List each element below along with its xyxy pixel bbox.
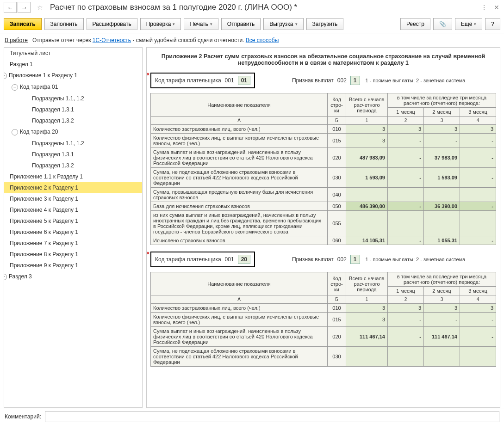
tree-item-14[interactable]: Приложение 4 к Разделу 1	[4, 204, 142, 215]
cell-value[interactable]: 111 467,14	[346, 327, 388, 347]
cell-value[interactable]: 3	[346, 313, 388, 327]
tree-item-12[interactable]: Приложение 2 к Разделу 1	[4, 182, 142, 193]
cell-value[interactable]: -	[460, 134, 496, 148]
cell-value[interactable]: -	[388, 327, 424, 347]
tree-item-20[interactable]: +Раздел 3	[4, 271, 142, 283]
cell-value[interactable]	[388, 188, 424, 202]
cell-value[interactable]: 3	[388, 304, 424, 313]
help-button[interactable]: ?	[485, 18, 500, 30]
tree-item-7[interactable]: −Код тарифа 20	[4, 126, 142, 138]
tree-item-9[interactable]: Подраздел 1.3.1	[4, 149, 142, 160]
tree-item-0[interactable]: Титульный лист	[4, 48, 142, 59]
link-1c[interactable]: 1С-Отчетность	[93, 37, 131, 43]
tree-item-16[interactable]: Приложение 6 к Разделу 1	[4, 227, 142, 238]
forward-button[interactable]: →	[18, 2, 31, 13]
cell-value[interactable]: 3	[424, 304, 460, 313]
cell-value[interactable]	[388, 347, 424, 367]
table-row: Количество застрахованных лиц, всего (че…	[151, 125, 496, 134]
send-button[interactable]: Отправить	[221, 18, 261, 30]
tree-item-4[interactable]: Подразделы 1.1, 1.2	[4, 93, 142, 104]
tree-item-5[interactable]: Подраздел 1.3.1	[4, 104, 142, 115]
cell-value[interactable]	[424, 188, 460, 202]
import-button[interactable]: Загрузить	[306, 18, 344, 30]
tree-item-15[interactable]: Приложение 5 к Разделу 1	[4, 215, 142, 227]
registry-button[interactable]: Реестр	[400, 18, 430, 30]
cell-value[interactable]: 3	[460, 125, 496, 134]
sign-value[interactable]: 1	[350, 76, 360, 85]
cell-value[interactable]: 1 593,09	[424, 168, 460, 188]
tariff-code-value[interactable]: 20	[238, 255, 250, 264]
cell-value[interactable]: -	[388, 134, 424, 148]
tree-item-2[interactable]: −Приложение 1 к Разделу 1	[4, 70, 142, 81]
tree-item-19[interactable]: Приложение 9 к Разделу 1	[4, 260, 142, 271]
attach-button[interactable]: 📎	[433, 18, 452, 30]
tree-toggle-icon[interactable]: −	[12, 129, 18, 135]
tree-item-1[interactable]: Раздел 1	[4, 59, 142, 70]
table-row: Сумма, превышающая предельную величину б…	[151, 188, 496, 202]
cell-value[interactable]: 36 390,00	[424, 202, 460, 211]
cell-value[interactable]	[346, 211, 388, 236]
tree-item-6[interactable]: Подраздел 1.3.2	[4, 115, 142, 126]
tree-toggle-icon[interactable]: −	[4, 73, 7, 79]
cell-value[interactable]: -	[424, 134, 460, 148]
cell-value[interactable]: 487 983,09	[346, 148, 388, 168]
cell-value[interactable]: -	[388, 236, 424, 245]
cell-value[interactable]	[460, 211, 496, 236]
link-all-ways[interactable]: Все способы	[246, 37, 279, 43]
cell-value[interactable]: -	[460, 327, 496, 347]
fill-button[interactable]: Заполнить	[44, 18, 84, 30]
tree-toggle-icon[interactable]: −	[12, 84, 18, 91]
cell-value[interactable]: 3	[424, 125, 460, 134]
cell-value[interactable]: -	[460, 168, 496, 188]
cell-value[interactable]: 3	[346, 304, 388, 313]
status-link[interactable]: В работе	[5, 37, 28, 43]
cell-value[interactable]: -	[460, 313, 496, 327]
tree-item-3[interactable]: −Код тарифа 01	[4, 81, 142, 93]
cell-value[interactable]	[460, 347, 496, 367]
back-button[interactable]: ←	[4, 2, 17, 13]
cell-value[interactable]: 3	[388, 125, 424, 134]
check-button[interactable]: Проверка	[140, 18, 181, 30]
tree-item-11[interactable]: Приложение 1.1 к Разделу 1	[4, 171, 142, 182]
cell-value[interactable]: 3	[346, 125, 388, 134]
tree-item-18[interactable]: Приложение 8 к Разделу 1	[4, 249, 142, 260]
tree-item-13[interactable]: Приложение 3 к Разделу 1	[4, 193, 142, 204]
export-button[interactable]: Выгрузка	[263, 18, 303, 30]
cell-value[interactable]	[460, 188, 496, 202]
cell-value[interactable]: 14 105,31	[346, 236, 388, 245]
comment-input[interactable]	[45, 411, 499, 422]
cell-value[interactable]: -	[388, 202, 424, 211]
cell-value[interactable]: 1 593,09	[346, 168, 388, 188]
cell-value[interactable]: 37 983,09	[424, 148, 460, 168]
tree-toggle-icon[interactable]: +	[4, 274, 7, 280]
tree-item-10[interactable]: Подраздел 1.3.2	[4, 160, 142, 171]
cell-value[interactable]: -	[388, 313, 424, 327]
cell-value[interactable]: -	[460, 202, 496, 211]
tree-item-8[interactable]: Подразделы 1.1, 1.2	[4, 138, 142, 149]
more-button[interactable]: Еще	[455, 18, 482, 30]
cell-value[interactable]: -	[460, 236, 496, 245]
tariff-code-value[interactable]: 01	[238, 76, 250, 85]
close-icon[interactable]: ✕	[491, 3, 500, 12]
cell-value[interactable]: -	[388, 168, 424, 188]
cell-value[interactable]: 111 467,14	[424, 327, 460, 347]
print-button[interactable]: Печать	[184, 18, 218, 30]
cell-value[interactable]	[424, 347, 460, 367]
cell-value[interactable]: -	[424, 313, 460, 327]
cell-value[interactable]: -	[388, 148, 424, 168]
decode-button[interactable]: Расшифровать	[87, 18, 137, 30]
favorite-button[interactable]: ☆	[34, 2, 45, 13]
cell-value[interactable]: 3	[346, 134, 388, 148]
cell-value[interactable]: 1 055,31	[424, 236, 460, 245]
sign-value[interactable]: 1	[350, 255, 360, 264]
cell-value[interactable]	[346, 188, 388, 202]
save-button[interactable]: Записать	[4, 18, 42, 30]
tree-item-17[interactable]: Приложение 7 к Разделу 1	[4, 238, 142, 249]
cell-value[interactable]	[388, 211, 424, 236]
cell-value[interactable]: 486 390,00	[346, 202, 388, 211]
cell-value[interactable]	[346, 347, 388, 367]
menu-icon[interactable]: ⋮	[478, 3, 487, 12]
cell-value[interactable]: 3	[460, 304, 496, 313]
cell-value[interactable]: -	[460, 148, 496, 168]
cell-value[interactable]	[424, 211, 460, 236]
